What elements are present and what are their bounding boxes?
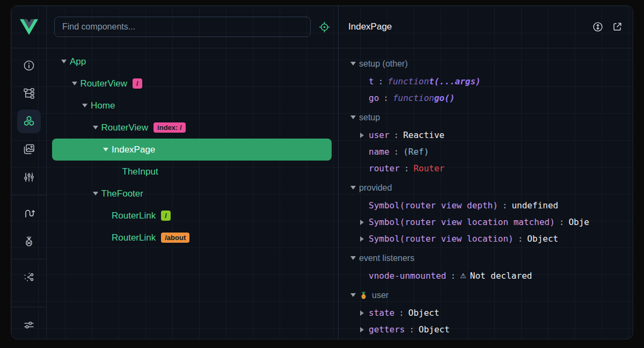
sidebar-item-pages[interactable] — [17, 82, 41, 105]
expand-toggle[interactable] — [360, 133, 369, 138]
expand-toggle[interactable] — [82, 104, 91, 107]
state-key: router — [369, 163, 400, 173]
tree-node-label: RouterView — [80, 78, 128, 89]
chevron-down-icon — [350, 186, 356, 190]
vue-logo[interactable] — [11, 6, 46, 48]
chevron-down-icon — [103, 148, 108, 151]
tree-node-label: Home — [91, 100, 115, 111]
state-key: getters — [369, 324, 405, 335]
sidebar-item-settings[interactable] — [17, 313, 41, 337]
expand-toggle[interactable] — [350, 115, 359, 119]
expand-toggle[interactable] — [61, 60, 70, 63]
state-value: Object — [419, 324, 450, 335]
sidebar-item-router[interactable] — [17, 201, 41, 225]
sidebar-item-pinia[interactable] — [17, 229, 41, 253]
assets-icon — [23, 143, 35, 156]
state-key: t — [369, 76, 374, 86]
inspector-header: IndexPage — [339, 6, 633, 48]
timeline-icon — [23, 171, 35, 184]
state-row[interactable]: Symbol(router view location matched):Obj… — [339, 214, 633, 230]
route-badge: / — [133, 78, 142, 89]
tree-node-routerview[interactable]: RouterView/ — [52, 73, 332, 95]
search-input[interactable] — [54, 17, 311, 37]
key-value-separator: : — [559, 217, 565, 227]
tree-node-routerview[interactable]: RouterViewindex: / — [52, 117, 332, 139]
chevron-down-icon — [61, 60, 67, 63]
expand-toggle[interactable] — [360, 327, 369, 332]
section-header-provided[interactable]: provided — [339, 178, 633, 197]
state-value: undefined — [511, 200, 558, 211]
tree-node-app[interactable]: App — [52, 50, 332, 73]
state-row: name: (Ref) — [339, 143, 633, 160]
overview-icon — [23, 59, 35, 72]
expand-toggle[interactable] — [103, 148, 112, 151]
state-row[interactable]: user:Reactive — [339, 127, 633, 143]
devtools-window: AppRouterView/HomeRouterViewindex: /Inde… — [11, 5, 633, 339]
key-value-separator: : — [518, 234, 523, 244]
section-header-user[interactable]: user — [339, 286, 633, 305]
tree-node-label: RouterLink — [112, 211, 156, 221]
section-label: setup (other) — [359, 59, 408, 69]
tree-node-routerlink[interactable]: RouterLink/ — [52, 205, 332, 227]
state-row: go:function go() — [339, 90, 633, 106]
tree-node-home[interactable]: Home — [52, 95, 332, 117]
state-row[interactable]: getters:Object — [339, 321, 633, 338]
expand-toggle[interactable] — [350, 256, 359, 260]
expand-toggle[interactable] — [93, 126, 101, 129]
state-key: Symbol(router view location matched) — [369, 217, 555, 227]
expand-toggle[interactable] — [360, 310, 369, 316]
sidebar-item-timeline[interactable] — [17, 165, 41, 189]
tree-node-routerlink[interactable]: RouterLink/about — [52, 227, 332, 249]
state-key: go — [369, 93, 379, 103]
key-value-separator: : — [394, 147, 399, 157]
state-value: function — [393, 93, 434, 103]
tree-node-indexpage[interactable]: IndexPage — [52, 139, 332, 161]
inspect-element-button[interactable] — [318, 21, 331, 33]
sidebar — [11, 6, 47, 339]
scroll-to-icon — [592, 21, 604, 33]
external-link-icon — [611, 21, 623, 33]
tree-node-thefooter[interactable]: TheFooter — [52, 183, 332, 205]
tree-node-theinput[interactable]: TheInput — [52, 161, 332, 183]
sidebar-nav — [11, 48, 46, 339]
expand-toggle[interactable] — [360, 220, 369, 225]
sidebar-item-assets[interactable] — [17, 137, 41, 161]
route-badge: index: / — [153, 122, 186, 133]
state-key: name — [369, 147, 390, 157]
expand-toggle[interactable] — [360, 236, 369, 242]
components-panel: AppRouterView/HomeRouterViewindex: /Inde… — [47, 6, 338, 339]
pinia-icon — [23, 235, 35, 248]
expand-toggle[interactable] — [350, 293, 359, 297]
state-row[interactable]: Symbol(router view location):Object — [339, 230, 633, 247]
sidebar-item-graph[interactable] — [17, 265, 41, 289]
state-row[interactable]: state:Object — [339, 305, 633, 321]
chevron-right-icon — [360, 310, 364, 316]
chevron-right-icon — [360, 327, 364, 332]
section-header-setup[interactable]: setup — [339, 108, 633, 127]
key-value-separator: : — [409, 324, 414, 335]
section-header-event-listeners[interactable]: event listeners — [339, 249, 633, 267]
sidebar-divider — [11, 195, 46, 195]
state-value: Router — [413, 163, 444, 173]
chevron-down-icon — [72, 82, 77, 85]
sidebar-item-overview[interactable] — [17, 54, 41, 77]
sidebar-item-components[interactable] — [17, 110, 41, 133]
expand-toggle[interactable] — [350, 62, 359, 66]
open-in-editor-button[interactable] — [611, 21, 623, 33]
expand-toggle[interactable] — [350, 186, 359, 190]
target-icon — [318, 21, 331, 33]
section-header-setup-other-[interactable]: setup (other) — [339, 54, 633, 73]
chevron-down-icon — [350, 293, 356, 297]
expand-toggle[interactable] — [93, 192, 101, 195]
key-value-separator: : — [404, 163, 409, 173]
state-key: user — [369, 130, 390, 140]
state-row: vnode-unmounted:⚠Not declared — [339, 267, 633, 284]
scroll-to-component-button[interactable] — [592, 21, 604, 33]
state-value: (Ref) — [403, 147, 429, 157]
expand-toggle[interactable] — [72, 82, 80, 85]
components-icon — [23, 115, 35, 128]
tree-node-label: IndexPage — [112, 144, 155, 155]
settings-icon — [23, 318, 35, 331]
section-label: setup — [359, 113, 380, 122]
chevron-right-icon — [360, 236, 364, 242]
